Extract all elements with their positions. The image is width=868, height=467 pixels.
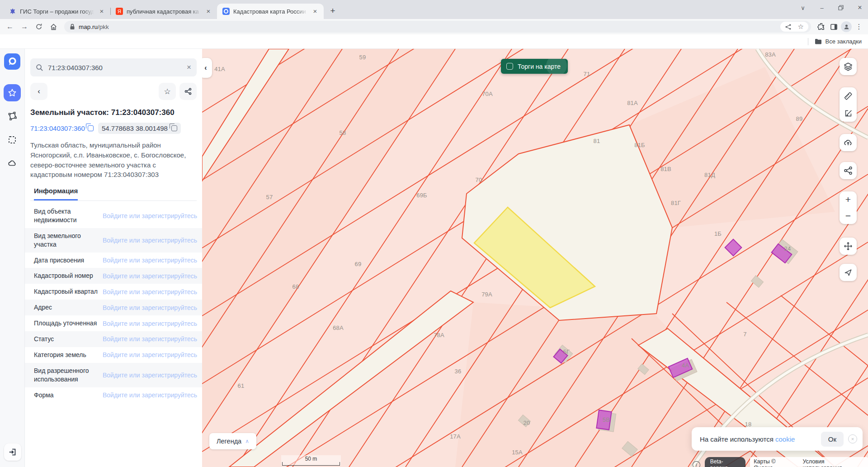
panel-back-button[interactable]: ‹ [30,83,47,100]
login-register-link[interactable]: Войдите или зарегистрируйтесь [103,237,197,244]
browser-tab[interactable]: ГИС Торги – продажи госуд× [4,4,110,19]
parcel-number-label: 1Б [714,230,722,237]
clear-search-icon[interactable]: × [187,63,191,72]
cadastral-map[interactable]: 41А597183А70А81А89588181Б81В81Д7069Б5781… [202,49,868,467]
zoom-in-button[interactable]: + [845,191,851,208]
close-window-icon[interactable]: × [856,4,863,12]
torgi-checkbox[interactable] [506,63,513,70]
share-icon[interactable] [785,24,792,30]
info-row: Категория земельВойдите или зарегистриру… [25,347,202,363]
parcel-number-label: 81 [594,138,600,144]
share-map-button[interactable] [840,162,857,179]
login-register-link[interactable]: Войдите или зарегистрируйтесь [103,320,197,327]
content-area: 71:23:040307:360 × ‹ ☆ Земельный участок… [0,49,868,467]
polygon-tool-button[interactable] [4,108,21,125]
info-icon[interactable]: i [693,461,700,467]
favorites-tool-button[interactable] [4,84,21,101]
parcel-number-label: 18 [745,421,752,428]
parcel-number-label: 81Б [634,142,645,148]
mapru-logo[interactable] [4,53,20,70]
profile-avatar[interactable] [841,21,852,32]
login-register-link[interactable]: Войдите или зарегистрируйтесь [103,335,197,343]
layers-button[interactable] [840,58,857,75]
scale-line [282,462,340,466]
copy-icon[interactable] [171,125,177,131]
parcel-number-label: 69 [355,261,362,267]
edit-icon [843,108,853,118]
login-register-link[interactable]: Войдите или зарегистрируйтесь [103,391,197,399]
browser-tab[interactable]: Япубличная кадастровая ка× [110,4,217,19]
torgi-toggle-button[interactable]: Торги на карте [501,59,568,74]
cookie-link[interactable]: cookie [775,435,795,443]
terms-link[interactable]: Условия использования [803,458,864,467]
polygon-icon [7,111,17,121]
tab-information[interactable]: Информация [34,187,78,200]
url-bar[interactable]: map.ru/pkk ☆ [64,21,811,33]
panel-actions: ‹ ☆ [30,83,197,100]
favorite-parcel-button[interactable]: ☆ [159,83,176,100]
tab-close-icon[interactable]: × [98,7,106,15]
home-icon[interactable] [47,20,60,33]
chevron-up-icon: ∧ [245,438,249,444]
edit-button[interactable] [843,108,853,118]
browser-menu-icon[interactable]: ⋮ [854,21,864,32]
parcel-number-label: 71 [584,71,590,77]
search-input[interactable]: 71:23:040307:360 × [30,58,197,76]
upload-button[interactable] [840,134,857,151]
info-row: Площадь уточненнаяВойдите или зарегистри… [25,315,202,331]
select-area-tool-button[interactable] [4,131,21,148]
cookie-dismiss-icon[interactable]: × [848,434,857,443]
reload-icon[interactable] [33,20,45,33]
parcel-number-label: 68А [333,324,344,331]
share-parcel-button[interactable] [179,83,197,100]
parcel-number-label: 5Г [563,348,570,355]
parcel-number-label: 69Б [416,192,427,199]
gis-torgi-favicon [9,8,16,15]
forward-icon[interactable]: → [18,20,31,33]
navigation-arrow-icon [844,268,853,277]
all-bookmarks-button[interactable]: Все закладки [815,38,862,45]
restore-icon[interactable] [837,5,844,10]
bookmarks-bar: Все закладки [0,34,868,49]
minimize-icon[interactable]: – [818,5,826,11]
login-register-link[interactable]: Войдите или зарегистрируйтесь [103,372,197,379]
parcel-number-label: 70А [482,91,493,97]
browser-menu-chevron-icon[interactable]: ∨ [799,5,807,11]
cadastral-number-link[interactable]: 71:23:040307:360 [30,124,94,132]
extensions-puzzle-icon[interactable] [816,21,826,32]
svg-text:Я: Я [118,9,121,14]
cookie-banner: На сайте используются cookie Ок × [692,427,863,451]
new-tab-button[interactable]: + [326,5,339,17]
login-register-link[interactable]: Войдите или зарегистрируйтесь [103,272,197,280]
copy-icon[interactable] [88,125,94,131]
parcel-number-label: 81А [627,100,638,106]
login-register-link[interactable]: Войдите или зарегистрируйтесь [103,304,197,311]
parcel-number-label: 5В [603,416,610,423]
collapse-panel-button[interactable]: ‹ [202,58,212,78]
locate-button[interactable] [840,264,857,281]
cookie-ok-button[interactable]: Ок [821,432,844,447]
info-row-label: Категория земель [34,351,103,359]
tab-close-icon[interactable]: × [311,7,319,15]
login-register-link[interactable]: Войдите или зарегистрируйтесь [103,351,197,358]
parcel-number-label: 81Д [704,172,715,178]
cloud-tool-button[interactable] [4,155,21,172]
legend-button[interactable]: Легенда ∧ [209,433,256,449]
layers-icon [843,62,853,71]
side-panel-icon[interactable] [828,21,839,32]
bookmark-star-icon[interactable]: ☆ [798,23,804,31]
browser-tab[interactable]: Кадастровая карта России о× [217,4,324,19]
pan-button[interactable] [840,238,857,255]
back-icon[interactable]: ← [4,20,16,33]
parcel-number-label: 58 [340,129,346,136]
login-register-link[interactable]: Войдите или зарегистрируйтесь [103,257,197,264]
login-button[interactable] [4,443,21,461]
info-rows: Вид объекта недвижимостиВойдите или заре… [25,204,202,403]
login-register-link[interactable]: Войдите или зарегистрируйтесь [103,212,197,219]
ruler-button[interactable] [843,91,853,101]
maps-copyright: Карты © Яндекс [754,458,795,467]
tab-close-icon[interactable]: × [204,7,212,15]
zoom-out-button[interactable]: − [845,208,851,224]
info-row: Вид разрешенного использованияВойдите ил… [25,363,202,387]
login-register-link[interactable]: Войдите или зарегистрируйтесь [103,288,197,295]
